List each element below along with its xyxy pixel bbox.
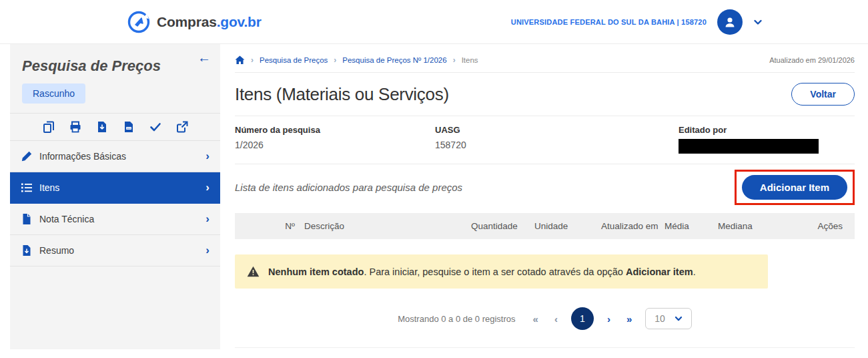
breadcrumb-separator: › xyxy=(334,55,336,65)
warning-text-1: . Para iniciar, pesquise o item a ser co… xyxy=(364,266,626,277)
voltar-button[interactable]: Voltar xyxy=(791,83,855,106)
breadcrumb-separator: › xyxy=(251,55,254,65)
adicionar-item-button[interactable]: Adicionar Item xyxy=(742,175,847,200)
chevron-right-icon: › xyxy=(205,212,209,226)
breadcrumb-separator: › xyxy=(453,55,456,65)
header-user-area: UNIVERSIDADE FEDERAL DO SUL DA BAHIA | 1… xyxy=(511,9,763,35)
status-badge: Rascunho xyxy=(22,83,85,104)
breadcrumb-pesquisa-de-precos[interactable]: Pesquisa de Preços xyxy=(260,56,328,64)
meta-uasg: UASG 158720 xyxy=(435,125,679,154)
sidebar-collapse-button[interactable]: ← xyxy=(197,51,211,64)
warning-message: Nenhum item cotado. Para iniciar, pesqui… xyxy=(268,266,696,277)
chevron-right-icon: › xyxy=(205,150,209,163)
page-size-select[interactable]: 10 xyxy=(645,308,692,329)
user-menu-chevron[interactable] xyxy=(753,17,763,27)
numero-label: Número da pesquisa xyxy=(235,125,435,135)
brand-dark: Compras xyxy=(157,14,217,29)
sidebar-item-itens[interactable]: Itens › xyxy=(10,172,220,204)
column-unidade: Unidade xyxy=(532,221,598,231)
app-window: Compras.gov.br UNIVERSIDADE FEDERAL DO S… xyxy=(0,0,868,358)
column-mediana: Mediana xyxy=(715,221,799,231)
sidebar-toolbar xyxy=(10,113,220,141)
sidebar-item-label: Nota Técnica xyxy=(39,214,94,224)
check-icon[interactable] xyxy=(149,121,161,133)
chevron-right-icon: › xyxy=(205,181,209,194)
home-icon[interactable] xyxy=(235,55,245,65)
print-icon[interactable] xyxy=(69,121,81,133)
main-content: › Pesquisa de Preços › Pesquisa de Preço… xyxy=(220,44,868,348)
meta-editado-por: Editado por xyxy=(679,125,855,154)
items-list-caption: Lista de itens adicionados para pesquisa… xyxy=(235,182,462,193)
pagination-page-1-button[interactable]: 1 xyxy=(571,307,594,330)
download-csv-icon[interactable] xyxy=(123,121,135,133)
divider xyxy=(235,347,855,348)
column-atualizado-em: Atualizado em xyxy=(598,221,662,231)
sidebar-panel: ← Pesquisa de Preços Rascunho xyxy=(10,44,220,349)
meta-numero: Número da pesquisa 1/2026 xyxy=(235,125,435,154)
pagination-first-button[interactable]: « xyxy=(530,312,541,326)
items-table-header: Nº Descrição Quantidade Unidade Atualiza… xyxy=(235,213,855,239)
download-pdf-icon[interactable] xyxy=(96,121,108,133)
page-title: Itens (Materiais ou Serviços) xyxy=(235,84,449,105)
column-acoes: Ações xyxy=(799,221,855,231)
pagination-next-button[interactable]: › xyxy=(604,312,613,326)
user-icon xyxy=(723,15,737,29)
warning-text-2: . xyxy=(693,266,696,277)
sidebar-item-label: Resumo xyxy=(39,245,74,256)
user-avatar-button[interactable] xyxy=(717,9,743,35)
sidebar-item-label: Itens xyxy=(39,182,59,193)
breadcrumb-current-itens: Itens xyxy=(462,56,478,64)
column-descricao: Descrição xyxy=(302,221,468,231)
breadcrumb-pesquisa-numero[interactable]: Pesquisa de Preços Nº 1/2026 xyxy=(342,56,446,64)
sidebar-item-label: Informações Básicas xyxy=(39,151,126,162)
column-quantidade: Quantidade xyxy=(468,221,532,231)
share-icon[interactable] xyxy=(176,121,188,133)
top-header: Compras.gov.br UNIVERSIDADE FEDERAL DO S… xyxy=(0,0,868,44)
column-media: Média xyxy=(662,221,715,231)
uasg-value: 158720 xyxy=(435,140,679,150)
brand-blue: .gov.br xyxy=(217,14,262,29)
compras-gov-logo[interactable]: Compras.gov.br xyxy=(127,10,262,34)
uasg-label: UASG xyxy=(435,125,679,135)
file-icon xyxy=(21,213,33,225)
editado-label: Editado por xyxy=(679,125,855,135)
numero-value: 1/2026 xyxy=(235,140,435,150)
sidebar-item-informacoes-basicas[interactable]: Informações Básicas › xyxy=(10,141,220,172)
brand-text: Compras.gov.br xyxy=(157,14,262,30)
chevron-right-icon: › xyxy=(205,244,209,257)
file-download-icon xyxy=(21,244,33,256)
empty-items-warning: Nenhum item cotado. Para iniciar, pesqui… xyxy=(235,254,768,289)
org-label: UNIVERSIDADE FEDERAL DO SUL DA BAHIA | 1… xyxy=(511,18,707,26)
compras-logo-icon xyxy=(127,10,151,34)
pagination-summary: Mostrando 0 a 0 de 0 registros xyxy=(398,314,515,324)
pagination: Mostrando 0 a 0 de 0 registros « ‹ 1 › »… xyxy=(235,307,855,330)
sidebar-item-resumo[interactable]: Resumo › xyxy=(10,235,220,266)
pagination-last-button[interactable]: » xyxy=(624,312,634,326)
sidebar-title: Pesquisa de Preços xyxy=(10,44,220,75)
pagination-prev-button[interactable]: ‹ xyxy=(552,312,560,326)
sidebar-menu: Informações Básicas › Itens › Nota Técni… xyxy=(10,141,220,266)
pencil-icon xyxy=(21,150,33,162)
research-meta: Número da pesquisa 1/2026 UASG 158720 Ed… xyxy=(235,116,855,164)
copy-icon[interactable] xyxy=(43,121,55,133)
list-icon xyxy=(21,182,33,194)
red-highlight-annotation: Adicionar Item xyxy=(735,170,855,205)
column-numero: Nº xyxy=(235,221,302,231)
chevron-down-icon xyxy=(675,315,683,323)
last-updated-text: Atualizado em 29/01/2026 xyxy=(769,56,855,64)
breadcrumb: › Pesquisa de Preços › Pesquisa de Preço… xyxy=(235,44,855,73)
warning-bold-1: Nenhum item cotado xyxy=(268,266,364,277)
redacted-editor-name xyxy=(679,139,819,154)
chevron-down-icon xyxy=(753,17,763,27)
warning-bold-2: Adicionar item xyxy=(626,266,693,277)
page-size-value: 10 xyxy=(655,313,665,324)
warning-triangle-icon xyxy=(247,266,260,277)
sidebar-item-nota-tecnica[interactable]: Nota Técnica › xyxy=(10,204,220,235)
